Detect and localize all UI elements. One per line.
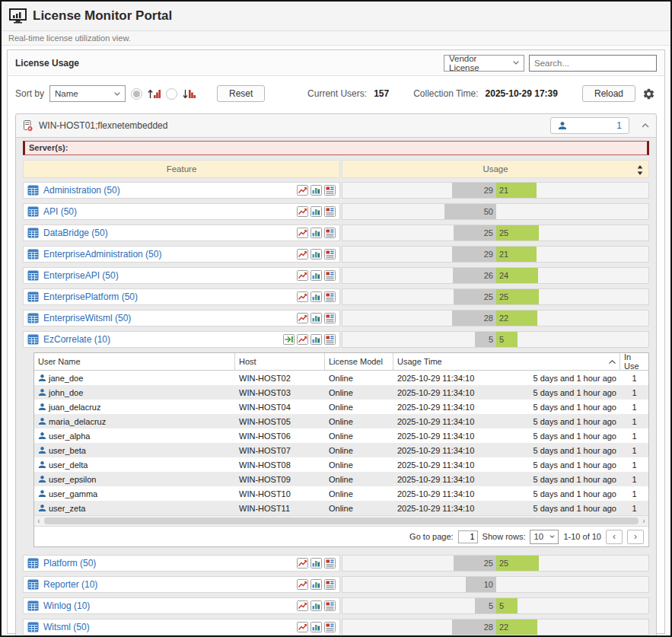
feature-link[interactable]: Winlog (10)	[43, 600, 90, 611]
feature-link[interactable]: API (50)	[43, 206, 77, 217]
user-host: WIN-HOST08	[235, 457, 325, 472]
line-chart-icon[interactable]	[297, 600, 308, 611]
in-use: 1	[620, 501, 648, 515]
feature-link[interactable]: EnterpriseWitsml (50)	[43, 313, 131, 323]
feature-row: EnterpriseAdministration (50) 29 21	[23, 246, 649, 263]
report-icon[interactable]	[324, 185, 336, 196]
sort-descending-radio[interactable]	[166, 88, 177, 100]
servers-label: Server(s):	[29, 143, 68, 152]
feature-link[interactable]: DataBridge (50)	[43, 228, 108, 238]
usage-free-bar: 21	[496, 183, 537, 198]
bar-chart-icon[interactable]	[311, 334, 322, 345]
col-host[interactable]: Host	[235, 353, 325, 370]
col-user-name[interactable]: User Name	[34, 353, 235, 370]
report-icon[interactable]	[324, 313, 336, 323]
line-chart-icon[interactable]	[297, 228, 308, 238]
report-icon[interactable]	[324, 249, 336, 260]
search-input[interactable]	[529, 55, 657, 72]
sort-field-select[interactable]: Name	[49, 85, 126, 102]
reload-button[interactable]: Reload	[582, 85, 635, 102]
sort-descending-icon[interactable]	[183, 88, 196, 100]
user-row: john_doe WIN-HOST03 Online 2025-10-29 11…	[34, 385, 648, 400]
line-chart-icon[interactable]	[297, 579, 308, 590]
report-icon[interactable]	[324, 334, 336, 345]
next-page-button[interactable]: ›	[627, 530, 644, 544]
usage-bar: 25 25	[342, 225, 649, 241]
sort-ascending-icon[interactable]	[148, 88, 161, 100]
reset-button[interactable]: Reset	[217, 85, 265, 102]
scroll-right-icon[interactable]: ›	[639, 516, 648, 526]
expand-users-icon[interactable]	[283, 334, 295, 345]
line-chart-icon[interactable]	[297, 185, 308, 196]
sort-ascending-radio[interactable]	[131, 88, 142, 100]
feature-link[interactable]: Reporter (10)	[43, 579, 97, 590]
usage-used-bar: 10	[466, 577, 496, 592]
bar-chart-icon[interactable]	[311, 579, 322, 590]
user-name: user_delta	[49, 460, 88, 470]
vendor-license-select-value: Vendor License	[449, 54, 508, 72]
user-host: WIN-HOST04	[235, 400, 325, 414]
feature-link[interactable]: Administration (50)	[43, 185, 120, 196]
gear-icon[interactable]	[642, 88, 655, 100]
show-rows-select[interactable]: 10	[530, 530, 559, 544]
bar-chart-icon[interactable]	[311, 558, 322, 569]
report-icon[interactable]	[324, 270, 336, 281]
bar-chart-icon[interactable]	[311, 291, 322, 302]
usage-time: 2025-10-29 11:34:10	[397, 388, 474, 397]
user-host: WIN-HOST02	[235, 371, 325, 385]
page-input[interactable]	[458, 530, 478, 543]
usage-ago: 5 days and 1 hour ago	[533, 417, 616, 426]
usage-used-bar: 5	[475, 332, 496, 347]
usage-column-header[interactable]: Usage	[342, 160, 649, 178]
line-chart-icon[interactable]	[297, 622, 308, 632]
usage-free-bar: 21	[496, 247, 537, 262]
scroll-left-icon[interactable]: ‹	[34, 516, 43, 526]
usage-ago: 5 days and 1 hour ago	[533, 489, 616, 498]
app-subtitle: Real-time license utilization view.	[2, 31, 670, 46]
line-chart-icon[interactable]	[297, 291, 308, 302]
line-chart-icon[interactable]	[297, 334, 308, 345]
line-chart-icon[interactable]	[297, 558, 308, 569]
line-chart-icon[interactable]	[297, 206, 308, 217]
col-usage-time[interactable]: Usage Time	[393, 353, 620, 370]
license-usage-panel: License Usage Vendor License Sort by Nam…	[7, 49, 665, 634]
scrollbar-thumb[interactable]	[44, 518, 639, 524]
report-icon[interactable]	[324, 206, 336, 217]
bar-chart-icon[interactable]	[311, 270, 322, 281]
report-icon[interactable]	[324, 558, 336, 569]
prev-page-button[interactable]: ‹	[606, 530, 623, 544]
user-host: WIN-HOST10	[235, 486, 325, 501]
bar-chart-icon[interactable]	[311, 313, 322, 323]
report-icon[interactable]	[324, 622, 336, 632]
horizontal-scrollbar[interactable]: ‹ ›	[34, 515, 648, 526]
feature-link[interactable]: EnterprisePlatform (50)	[43, 291, 138, 302]
host-accordion-header[interactable]: WIN-HOST01;flexnetembedded 1	[16, 114, 656, 138]
line-chart-icon[interactable]	[297, 270, 308, 281]
bar-chart-icon[interactable]	[311, 185, 322, 196]
report-icon[interactable]	[324, 600, 336, 611]
feature-link[interactable]: Witsml (50)	[43, 622, 90, 632]
line-chart-icon[interactable]	[297, 249, 308, 260]
vendor-license-select[interactable]: Vendor License	[444, 55, 524, 72]
col-in-use[interactable]: In Use	[620, 353, 648, 370]
report-icon[interactable]	[324, 228, 336, 238]
bar-chart-icon[interactable]	[311, 600, 322, 611]
report-icon[interactable]	[324, 579, 336, 590]
feature-link[interactable]: EnterpriseAdministration (50)	[43, 249, 161, 260]
feature-link[interactable]: Platform (50)	[43, 558, 96, 569]
col-license-model[interactable]: License Model	[325, 353, 393, 370]
line-chart-icon[interactable]	[297, 313, 308, 323]
table-grid-icon	[27, 228, 39, 238]
report-icon[interactable]	[324, 291, 336, 302]
user-icon	[38, 504, 46, 512]
toolbar: Sort by Name	[8, 76, 664, 109]
bar-chart-icon[interactable]	[311, 206, 322, 217]
usage-time: 2025-10-29 11:34:10	[397, 475, 474, 484]
feature-link[interactable]: EzCorrelate (10)	[43, 334, 110, 345]
bar-chart-icon[interactable]	[311, 249, 322, 260]
user-icon	[38, 388, 46, 397]
user-icon	[38, 489, 46, 498]
feature-link[interactable]: EnterpriseAPI (50)	[43, 270, 119, 281]
bar-chart-icon[interactable]	[311, 228, 322, 238]
bar-chart-icon[interactable]	[311, 622, 322, 632]
